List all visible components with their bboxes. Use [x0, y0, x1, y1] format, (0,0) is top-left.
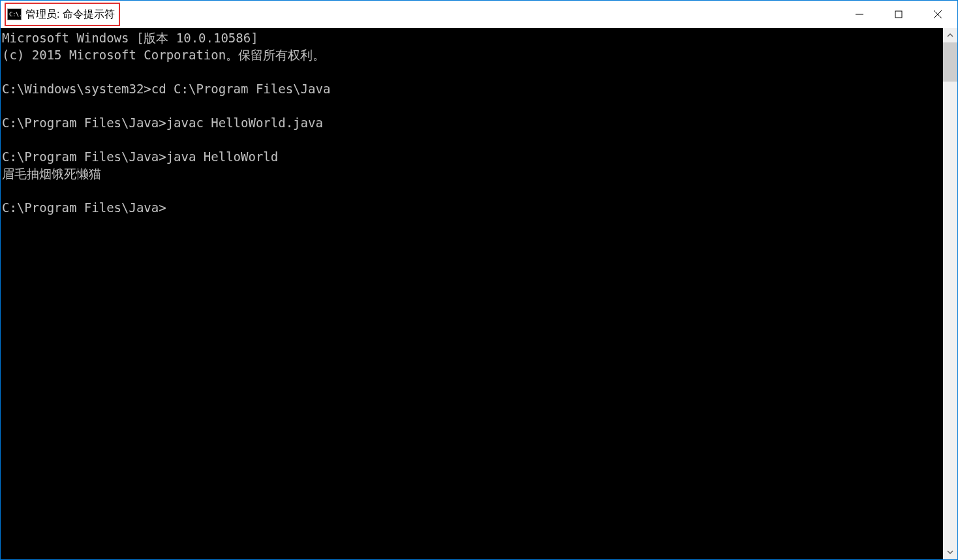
- cmd-app-icon: C:\.: [7, 8, 22, 20]
- chevron-down-icon: [947, 549, 953, 555]
- terminal-line: [2, 182, 943, 199]
- terminal-line: [2, 97, 943, 114]
- window-controls: [840, 1, 957, 28]
- window-title: 管理员: 命令提示符: [25, 8, 115, 22]
- titlebar-left-highlight: C:\. 管理员: 命令提示符: [5, 3, 120, 26]
- terminal-line: C:\Windows\system32>cd C:\Program Files\…: [2, 80, 943, 97]
- terminal-line: [2, 63, 943, 80]
- maximize-button[interactable]: [879, 1, 918, 28]
- terminal-output[interactable]: Microsoft Windows [版本 10.0.10586](c) 201…: [1, 28, 943, 559]
- vertical-scrollbar[interactable]: [943, 28, 957, 559]
- scroll-up-button[interactable]: [943, 28, 957, 42]
- titlebar[interactable]: C:\. 管理员: 命令提示符: [1, 1, 957, 28]
- terminal-line: [2, 131, 943, 148]
- scroll-thumb[interactable]: [943, 42, 957, 82]
- scroll-track[interactable]: [943, 42, 957, 545]
- terminal-container: Microsoft Windows [版本 10.0.10586](c) 201…: [1, 28, 957, 559]
- terminal-line: Microsoft Windows [版本 10.0.10586]: [2, 29, 943, 46]
- terminal-line: C:\Program Files\Java>javac HelloWorld.j…: [2, 114, 943, 131]
- close-button[interactable]: [918, 1, 957, 28]
- maximize-icon: [894, 10, 903, 19]
- chevron-up-icon: [947, 32, 953, 39]
- terminal-line: C:\Program Files\Java>java HelloWorld: [2, 148, 943, 165]
- minimize-button[interactable]: [840, 1, 879, 28]
- terminal-line: C:\Program Files\Java>: [2, 199, 943, 216]
- minimize-icon: [855, 10, 864, 19]
- close-icon: [933, 10, 942, 19]
- terminal-line: 眉毛抽烟饿死懒猫: [2, 165, 943, 182]
- scroll-down-button[interactable]: [943, 545, 957, 559]
- svg-rect-1: [895, 11, 902, 18]
- terminal-line: (c) 2015 Microsoft Corporation。保留所有权利。: [2, 46, 943, 63]
